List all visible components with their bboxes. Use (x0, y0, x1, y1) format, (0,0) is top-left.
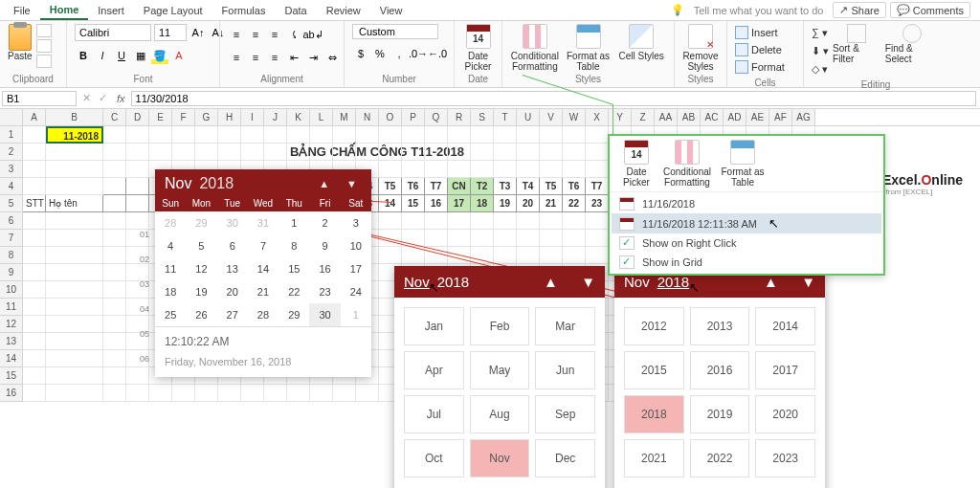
column-header[interactable]: Z (632, 109, 655, 125)
cell[interactable]: 18 (471, 195, 494, 212)
cell[interactable] (540, 212, 563, 230)
cell[interactable] (448, 144, 471, 161)
calendar-day[interactable]: 22 (278, 280, 309, 303)
tab-view[interactable]: View (370, 2, 412, 19)
cell[interactable] (494, 126, 517, 144)
calendar-day[interactable]: 4 (155, 234, 186, 257)
cell[interactable] (23, 264, 46, 281)
calendar-day[interactable]: 30 (217, 211, 248, 234)
cell[interactable] (379, 161, 402, 178)
calendar-day[interactable]: 29 (278, 303, 309, 326)
column-header[interactable]: X (586, 109, 609, 125)
select-all-corner[interactable] (0, 109, 23, 125)
calendar-day[interactable]: 5 (186, 234, 216, 257)
cell[interactable] (425, 230, 448, 247)
cal2-next-icon[interactable]: ▼ (581, 274, 595, 290)
cell[interactable] (46, 316, 103, 333)
month-option[interactable]: Feb (470, 307, 530, 345)
cell[interactable] (23, 212, 46, 230)
cell[interactable] (103, 195, 126, 212)
format-as-table-button[interactable]: Format as Table (564, 24, 613, 72)
cell[interactable]: STT (23, 195, 46, 212)
calendar-day[interactable]: 31 (248, 211, 278, 234)
cal1-year[interactable]: 2018 (199, 175, 234, 192)
cell[interactable] (494, 144, 517, 161)
cell[interactable] (586, 247, 609, 264)
cell[interactable] (540, 144, 563, 161)
year-option[interactable]: 2022 (690, 439, 750, 477)
cell[interactable] (149, 126, 172, 144)
cell[interactable] (23, 385, 46, 402)
percent-format-button[interactable]: % (371, 45, 389, 62)
cell[interactable] (172, 126, 195, 144)
cell[interactable] (103, 178, 126, 195)
year-option[interactable]: 2020 (755, 395, 815, 433)
cell[interactable] (471, 212, 494, 230)
cal3-month[interactable]: Nov (624, 274, 650, 290)
cell[interactable]: 14 (379, 195, 402, 212)
column-header[interactable]: AD (724, 109, 746, 125)
calendar-day[interactable]: 25 (155, 303, 186, 326)
column-header[interactable]: AA (655, 109, 678, 125)
calendar-day[interactable]: 26 (186, 303, 216, 326)
calendar-day[interactable]: 30 (309, 303, 340, 326)
cell[interactable] (195, 144, 218, 161)
year-option[interactable]: 2013 (690, 307, 750, 345)
cell[interactable] (46, 247, 103, 264)
share-button[interactable]: ↗Share (833, 2, 885, 18)
increase-font-button[interactable]: A↑ (189, 24, 207, 41)
cell[interactable] (264, 144, 287, 161)
cell[interactable] (471, 230, 494, 247)
tab-data[interactable]: Data (275, 2, 316, 19)
row-header[interactable]: 6 (0, 212, 23, 230)
cell[interactable] (264, 385, 287, 402)
cell[interactable]: BẢNG CHẤM CÔNG T11-2018 (287, 144, 310, 161)
cell[interactable] (402, 144, 425, 161)
cell[interactable] (23, 178, 46, 195)
format-painter-button[interactable] (36, 55, 52, 68)
column-header[interactable]: G (195, 109, 218, 125)
calendar-day[interactable]: 8 (278, 234, 309, 257)
calendar-day[interactable]: 16 (309, 257, 340, 280)
month-option[interactable]: Oct (404, 439, 464, 477)
cell[interactable]: Họ tên (46, 195, 103, 212)
fill-button[interactable]: ⬇ ▾ (812, 42, 829, 59)
cell[interactable] (310, 385, 333, 402)
find-select-button[interactable]: Find & Select (885, 24, 940, 64)
align-bottom-button[interactable]: ≡ (266, 26, 283, 43)
cell[interactable]: 15 (402, 195, 425, 212)
cell[interactable] (218, 126, 241, 144)
cell[interactable]: T4 (517, 178, 540, 195)
row-header[interactable]: 2 (0, 144, 23, 161)
cell[interactable]: 11-2018 (46, 126, 103, 144)
cell[interactable]: 20 (517, 195, 540, 212)
cell[interactable] (425, 144, 448, 161)
cell[interactable] (103, 350, 126, 367)
border-button[interactable]: ▦ (132, 47, 149, 64)
cell[interactable] (563, 144, 586, 161)
cal3-next-icon[interactable]: ▼ (801, 274, 815, 290)
cell[interactable] (23, 281, 46, 299)
month-option[interactable]: May (470, 351, 530, 389)
cell[interactable] (310, 126, 333, 144)
row-header[interactable]: 7 (0, 230, 23, 247)
calendar-day[interactable]: 1 (341, 303, 371, 326)
name-box[interactable] (2, 91, 77, 106)
cell[interactable] (46, 212, 103, 230)
cell[interactable]: 19 (494, 195, 517, 212)
cell[interactable] (448, 212, 471, 230)
cell[interactable] (23, 333, 46, 350)
cal3-prev-icon[interactable]: ▲ (764, 274, 778, 290)
autosum-button[interactable]: ∑ ▾ (812, 24, 829, 41)
comments-button[interactable]: 💬Comments (890, 2, 970, 18)
cal2-year[interactable]: 2018 (437, 274, 469, 290)
cell[interactable] (103, 281, 126, 299)
year-option[interactable]: 2023 (755, 439, 815, 477)
cell[interactable] (563, 230, 586, 247)
cell[interactable] (103, 144, 126, 161)
cell[interactable] (517, 247, 540, 264)
cell[interactable] (517, 161, 540, 178)
row-header[interactable]: 9 (0, 264, 23, 281)
cell[interactable] (402, 126, 425, 144)
calendar-day[interactable]: 2 (309, 211, 340, 234)
